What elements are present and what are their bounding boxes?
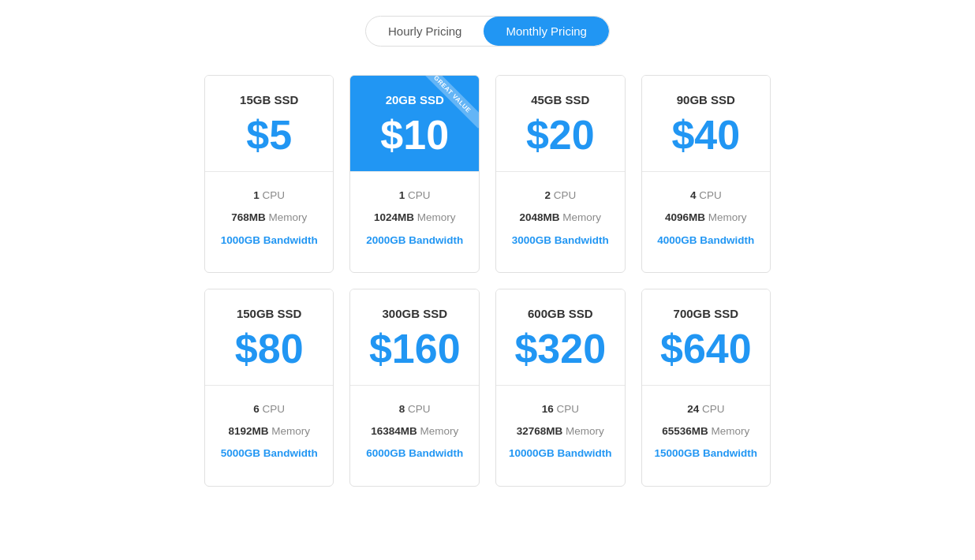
card-bottom: 1 CPU 768MB Memory 1000GB Bandwidth xyxy=(205,172,334,272)
card-bottom: 6 CPU 8192MB Memory 5000GB Bandwidth xyxy=(205,386,334,486)
pricing-card[interactable]: 300GB SSD $160 8 CPU 16384MB Memory 6000… xyxy=(349,289,480,487)
card-cpu: 8 CPU xyxy=(363,401,466,417)
hourly-pricing-button[interactable]: Hourly Pricing xyxy=(366,17,484,46)
pricing-card[interactable]: GREAT VALUE 20GB SSD $10 1 CPU 1024MB Me… xyxy=(349,75,480,273)
card-top: 90GB SSD $40 xyxy=(642,76,771,172)
pricing-card[interactable]: 15GB SSD $5 1 CPU 768MB Memory 1000GB Ba… xyxy=(204,75,334,273)
card-memory: 16384MB Memory xyxy=(363,424,466,439)
card-bandwidth: 6000GB Bandwidth xyxy=(363,446,466,461)
card-price: $5 xyxy=(218,114,321,155)
card-price: $10 xyxy=(363,114,466,155)
pricing-card[interactable]: 45GB SSD $20 2 CPU 2048MB Memory 3000GB … xyxy=(495,75,626,273)
card-top: 700GB SSD $640 xyxy=(642,289,771,386)
card-bottom: 4 CPU 4096MB Memory 4000GB Bandwidth xyxy=(642,172,771,272)
pricing-card[interactable]: 700GB SSD $640 24 CPU 65536MB Memory 150… xyxy=(641,289,771,487)
pricing-row: 150GB SSD $80 6 CPU 8192MB Memory 5000GB… xyxy=(204,289,771,487)
pricing-card[interactable]: 600GB SSD $320 16 CPU 32768MB Memory 100… xyxy=(495,289,626,487)
card-bandwidth: 3000GB Bandwidth xyxy=(509,233,612,248)
pricing-card[interactable]: 90GB SSD $40 4 CPU 4096MB Memory 4000GB … xyxy=(641,75,771,273)
card-cpu: 1 CPU xyxy=(363,188,466,203)
card-top: 150GB SSD $80 xyxy=(205,289,334,386)
card-bottom: 24 CPU 65536MB Memory 15000GB Bandwidth xyxy=(642,386,771,486)
card-memory: 8192MB Memory xyxy=(218,424,321,439)
card-bandwidth: 1000GB Bandwidth xyxy=(218,233,321,248)
card-price: $20 xyxy=(509,114,612,155)
monthly-pricing-button[interactable]: Monthly Pricing xyxy=(484,17,609,46)
card-top: 600GB SSD $320 xyxy=(496,289,625,386)
card-bottom: 8 CPU 16384MB Memory 6000GB Bandwidth xyxy=(350,386,479,486)
card-bottom: 16 CPU 32768MB Memory 10000GB Bandwidth xyxy=(496,386,625,486)
card-memory: 2048MB Memory xyxy=(509,210,612,226)
card-bandwidth: 4000GB Bandwidth xyxy=(655,233,758,248)
card-price: $320 xyxy=(509,328,612,369)
card-storage: 600GB SSD xyxy=(509,307,612,320)
card-bandwidth: 2000GB Bandwidth xyxy=(363,233,466,248)
card-storage: 90GB SSD xyxy=(655,93,758,106)
card-top: 45GB SSD $20 xyxy=(496,76,625,172)
card-bandwidth: 10000GB Bandwidth xyxy=(509,446,612,461)
card-storage: 20GB SSD xyxy=(363,93,466,106)
card-cpu: 24 CPU xyxy=(655,401,758,417)
card-price: $160 xyxy=(363,328,466,369)
card-bandwidth: 5000GB Bandwidth xyxy=(218,446,321,461)
card-price: $640 xyxy=(655,328,758,369)
card-storage: 15GB SSD xyxy=(218,93,321,106)
card-price: $40 xyxy=(655,114,758,155)
card-storage: 150GB SSD xyxy=(218,307,321,320)
card-memory: 1024MB Memory xyxy=(363,210,466,226)
card-bandwidth: 15000GB Bandwidth xyxy=(655,446,758,461)
card-cpu: 4 CPU xyxy=(655,188,758,203)
card-top: GREAT VALUE 20GB SSD $10 xyxy=(350,76,479,172)
pricing-container: 15GB SSD $5 1 CPU 768MB Memory 1000GB Ba… xyxy=(204,75,771,502)
card-bottom: 2 CPU 2048MB Memory 3000GB Bandwidth xyxy=(496,172,625,272)
card-memory: 32768MB Memory xyxy=(509,424,612,439)
card-cpu: 1 CPU xyxy=(218,188,321,203)
card-storage: 700GB SSD xyxy=(655,307,758,320)
pricing-toggle: Hourly Pricing Monthly Pricing xyxy=(365,16,610,47)
card-cpu: 16 CPU xyxy=(509,401,612,417)
card-price: $80 xyxy=(218,328,321,369)
card-top: 15GB SSD $5 xyxy=(205,76,334,172)
pricing-row: 15GB SSD $5 1 CPU 768MB Memory 1000GB Ba… xyxy=(204,75,771,273)
card-top: 300GB SSD $160 xyxy=(350,289,479,386)
card-cpu: 2 CPU xyxy=(509,188,612,203)
card-cpu: 6 CPU xyxy=(218,401,321,417)
pricing-card[interactable]: 150GB SSD $80 6 CPU 8192MB Memory 5000GB… xyxy=(204,289,334,487)
card-bottom: 1 CPU 1024MB Memory 2000GB Bandwidth xyxy=(350,172,479,272)
card-memory: 65536MB Memory xyxy=(655,424,758,439)
card-memory: 4096MB Memory xyxy=(655,210,758,226)
card-storage: 300GB SSD xyxy=(363,307,466,320)
card-storage: 45GB SSD xyxy=(509,93,612,106)
card-memory: 768MB Memory xyxy=(218,210,321,226)
